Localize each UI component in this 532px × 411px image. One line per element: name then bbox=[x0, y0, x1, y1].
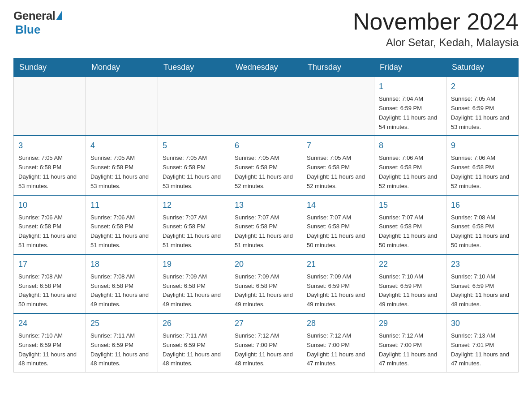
calendar-week-row: 10Sunrise: 7:06 AMSunset: 6:58 PMDayligh… bbox=[14, 195, 519, 254]
header-row: SundayMondayTuesdayWednesdayThursdayFrid… bbox=[14, 58, 519, 77]
day-info: Sunrise: 7:09 AMSunset: 6:59 PMDaylight:… bbox=[307, 272, 369, 309]
calendar-day-cell: 29Sunrise: 7:12 AMSunset: 7:00 PMDayligh… bbox=[374, 313, 446, 372]
page-header: General Blue November 2024 Alor Setar, K… bbox=[13, 9, 519, 49]
day-number: 22 bbox=[379, 258, 442, 270]
day-info: Sunrise: 7:07 AMSunset: 6:58 PMDaylight:… bbox=[307, 213, 369, 250]
calendar-week-row: 1Sunrise: 7:04 AMSunset: 6:59 PMDaylight… bbox=[14, 77, 519, 136]
day-number: 13 bbox=[235, 199, 297, 211]
day-info: Sunrise: 7:05 AMSunset: 6:58 PMDaylight:… bbox=[90, 154, 153, 191]
day-number: 3 bbox=[18, 140, 81, 152]
day-info: Sunrise: 7:05 AMSunset: 6:58 PMDaylight:… bbox=[163, 154, 225, 191]
day-info: Sunrise: 7:09 AMSunset: 6:58 PMDaylight:… bbox=[235, 272, 297, 309]
day-number: 10 bbox=[18, 199, 81, 211]
calendar-week-row: 17Sunrise: 7:08 AMSunset: 6:58 PMDayligh… bbox=[14, 254, 519, 313]
day-info: Sunrise: 7:10 AMSunset: 6:59 PMDaylight:… bbox=[18, 331, 81, 368]
day-info: Sunrise: 7:04 AMSunset: 6:59 PMDaylight:… bbox=[379, 94, 442, 132]
logo-triangle-icon bbox=[56, 10, 62, 20]
calendar-day-cell: 28Sunrise: 7:12 AMSunset: 7:00 PMDayligh… bbox=[302, 313, 374, 372]
day-number: 30 bbox=[451, 317, 514, 330]
day-of-week-header: Saturday bbox=[446, 58, 519, 77]
calendar-day-cell: 19Sunrise: 7:09 AMSunset: 6:58 PMDayligh… bbox=[158, 254, 230, 313]
day-info: Sunrise: 7:06 AMSunset: 6:58 PMDaylight:… bbox=[451, 154, 514, 191]
day-info: Sunrise: 7:05 AMSunset: 6:58 PMDaylight:… bbox=[307, 154, 369, 191]
calendar-day-cell: 3Sunrise: 7:05 AMSunset: 6:58 PMDaylight… bbox=[14, 136, 86, 195]
day-number: 8 bbox=[379, 140, 442, 152]
day-info: Sunrise: 7:05 AMSunset: 6:58 PMDaylight:… bbox=[18, 154, 81, 191]
day-number: 1 bbox=[379, 81, 442, 93]
day-of-week-header: Monday bbox=[86, 58, 158, 77]
calendar-day-cell: 9Sunrise: 7:06 AMSunset: 6:58 PMDaylight… bbox=[446, 136, 519, 195]
day-number: 28 bbox=[307, 317, 369, 330]
day-of-week-header: Friday bbox=[374, 58, 446, 77]
calendar-day-cell: 20Sunrise: 7:09 AMSunset: 6:58 PMDayligh… bbox=[230, 254, 302, 313]
day-info: Sunrise: 7:06 AMSunset: 6:58 PMDaylight:… bbox=[90, 213, 153, 250]
calendar-week-row: 3Sunrise: 7:05 AMSunset: 6:58 PMDaylight… bbox=[14, 136, 519, 195]
day-info: Sunrise: 7:11 AMSunset: 6:59 PMDaylight:… bbox=[90, 331, 153, 368]
day-info: Sunrise: 7:08 AMSunset: 6:58 PMDaylight:… bbox=[90, 272, 153, 309]
calendar-day-cell: 24Sunrise: 7:10 AMSunset: 6:59 PMDayligh… bbox=[14, 313, 86, 372]
day-number: 15 bbox=[379, 199, 442, 211]
calendar-day-cell bbox=[158, 77, 230, 136]
calendar-week-row: 24Sunrise: 7:10 AMSunset: 6:59 PMDayligh… bbox=[14, 313, 519, 372]
day-number: 12 bbox=[163, 199, 225, 211]
calendar-day-cell: 4Sunrise: 7:05 AMSunset: 6:58 PMDaylight… bbox=[86, 136, 158, 195]
day-number: 17 bbox=[18, 258, 81, 270]
calendar-header: SundayMondayTuesdayWednesdayThursdayFrid… bbox=[14, 58, 519, 77]
calendar-day-cell: 5Sunrise: 7:05 AMSunset: 6:58 PMDaylight… bbox=[158, 136, 230, 195]
calendar-day-cell: 1Sunrise: 7:04 AMSunset: 6:59 PMDaylight… bbox=[374, 77, 446, 136]
day-info: Sunrise: 7:12 AMSunset: 7:00 PMDaylight:… bbox=[379, 331, 442, 368]
calendar-day-cell: 21Sunrise: 7:09 AMSunset: 6:59 PMDayligh… bbox=[302, 254, 374, 313]
day-number: 11 bbox=[90, 199, 153, 211]
day-number: 14 bbox=[307, 199, 369, 211]
day-info: Sunrise: 7:12 AMSunset: 7:00 PMDaylight:… bbox=[307, 331, 369, 368]
logo: General Blue bbox=[13, 9, 62, 37]
day-info: Sunrise: 7:09 AMSunset: 6:58 PMDaylight:… bbox=[163, 272, 225, 309]
calendar-day-cell: 25Sunrise: 7:11 AMSunset: 6:59 PMDayligh… bbox=[86, 313, 158, 372]
day-info: Sunrise: 7:10 AMSunset: 6:59 PMDaylight:… bbox=[379, 272, 442, 309]
day-info: Sunrise: 7:05 AMSunset: 6:58 PMDaylight:… bbox=[235, 154, 297, 191]
day-number: 7 bbox=[307, 140, 369, 152]
day-of-week-header: Tuesday bbox=[158, 58, 230, 77]
calendar-day-cell: 23Sunrise: 7:10 AMSunset: 6:59 PMDayligh… bbox=[446, 254, 519, 313]
day-number: 25 bbox=[90, 317, 153, 330]
day-info: Sunrise: 7:06 AMSunset: 6:58 PMDaylight:… bbox=[379, 154, 442, 191]
day-info: Sunrise: 7:08 AMSunset: 6:58 PMDaylight:… bbox=[18, 272, 81, 309]
calendar-day-cell bbox=[302, 77, 374, 136]
day-of-week-header: Wednesday bbox=[230, 58, 302, 77]
day-number: 27 bbox=[235, 317, 297, 330]
calendar-day-cell bbox=[230, 77, 302, 136]
calendar-day-cell: 8Sunrise: 7:06 AMSunset: 6:58 PMDaylight… bbox=[374, 136, 446, 195]
calendar-day-cell: 15Sunrise: 7:07 AMSunset: 6:58 PMDayligh… bbox=[374, 195, 446, 254]
calendar-table: SundayMondayTuesdayWednesdayThursdayFrid… bbox=[13, 58, 519, 372]
day-number: 26 bbox=[163, 317, 225, 330]
day-number: 24 bbox=[18, 317, 81, 330]
day-number: 29 bbox=[379, 317, 442, 330]
day-info: Sunrise: 7:07 AMSunset: 6:58 PMDaylight:… bbox=[379, 213, 442, 250]
calendar-day-cell: 7Sunrise: 7:05 AMSunset: 6:58 PMDaylight… bbox=[302, 136, 374, 195]
day-number: 9 bbox=[451, 140, 514, 152]
day-number: 4 bbox=[90, 140, 153, 152]
calendar-day-cell: 18Sunrise: 7:08 AMSunset: 6:58 PMDayligh… bbox=[86, 254, 158, 313]
day-of-week-header: Sunday bbox=[14, 58, 86, 77]
logo-general-text: General bbox=[13, 9, 55, 23]
month-title: November 2024 bbox=[353, 9, 519, 34]
day-number: 6 bbox=[235, 140, 297, 152]
day-number: 16 bbox=[451, 199, 514, 211]
day-info: Sunrise: 7:11 AMSunset: 6:59 PMDaylight:… bbox=[163, 331, 225, 368]
calendar-day-cell: 26Sunrise: 7:11 AMSunset: 6:59 PMDayligh… bbox=[158, 313, 230, 372]
day-info: Sunrise: 7:10 AMSunset: 6:59 PMDaylight:… bbox=[451, 272, 514, 309]
calendar-day-cell: 6Sunrise: 7:05 AMSunset: 6:58 PMDaylight… bbox=[230, 136, 302, 195]
day-info: Sunrise: 7:05 AMSunset: 6:59 PMDaylight:… bbox=[451, 94, 514, 132]
day-info: Sunrise: 7:07 AMSunset: 6:58 PMDaylight:… bbox=[235, 213, 297, 250]
day-info: Sunrise: 7:13 AMSunset: 7:01 PMDaylight:… bbox=[451, 331, 514, 368]
calendar-day-cell: 11Sunrise: 7:06 AMSunset: 6:58 PMDayligh… bbox=[86, 195, 158, 254]
calendar-day-cell: 13Sunrise: 7:07 AMSunset: 6:58 PMDayligh… bbox=[230, 195, 302, 254]
day-number: 2 bbox=[451, 81, 514, 93]
day-number: 18 bbox=[90, 258, 153, 270]
calendar-body: 1Sunrise: 7:04 AMSunset: 6:59 PMDaylight… bbox=[14, 77, 519, 372]
day-number: 20 bbox=[235, 258, 297, 270]
day-number: 5 bbox=[163, 140, 225, 152]
day-number: 21 bbox=[307, 258, 369, 270]
day-number: 23 bbox=[451, 258, 514, 270]
day-info: Sunrise: 7:08 AMSunset: 6:58 PMDaylight:… bbox=[451, 213, 514, 250]
